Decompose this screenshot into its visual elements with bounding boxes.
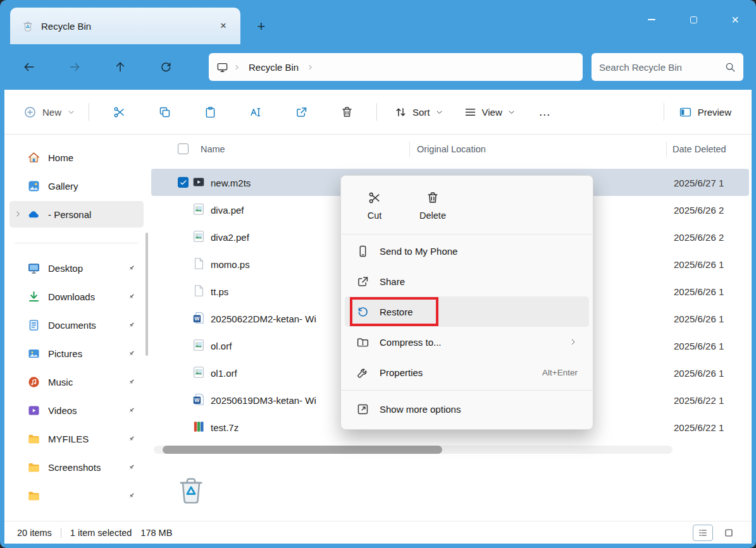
- minimize-button[interactable]: [631, 0, 672, 39]
- horizontal-scrollbar[interactable]: [154, 446, 672, 454]
- command-bar: New Sort View …: [4, 90, 752, 135]
- window-controls: ×: [631, 0, 756, 39]
- context-quick-action-label: Cut: [368, 210, 382, 221]
- preview-label: Preview: [698, 107, 731, 118]
- sidebar-item-label: Videos: [48, 405, 77, 416]
- new-button-label: New: [42, 107, 61, 118]
- date-deleted: 2025/6/26 1: [674, 313, 724, 324]
- search-icon[interactable]: [724, 61, 736, 73]
- maximize-button[interactable]: [672, 0, 714, 39]
- context-menu-item[interactable]: Compress to...: [345, 327, 589, 357]
- file-name: ol1.orf: [211, 367, 237, 378]
- breadcrumb[interactable]: Recycle Bin: [209, 53, 583, 81]
- context-menu-item-label: Compress to...: [380, 337, 442, 348]
- cut-button[interactable]: [104, 98, 133, 126]
- rename-button[interactable]: [241, 98, 270, 126]
- restore-icon: [356, 305, 369, 319]
- file-name: new.m2ts: [211, 177, 251, 188]
- more-options-button[interactable]: …: [531, 98, 559, 126]
- new-tab-button[interactable]: +: [251, 16, 272, 37]
- sidebar-item-label: Screenshots: [48, 462, 101, 473]
- delete-button[interactable]: [332, 98, 361, 126]
- search-input[interactable]: [599, 62, 705, 73]
- image-icon: [192, 229, 206, 243]
- date-deleted: 2025/6/22 1: [674, 422, 724, 432]
- refresh-button[interactable]: [152, 53, 180, 81]
- column-header-name[interactable]: Name: [201, 144, 225, 154]
- tab-recycle-bin[interactable]: Recycle Bin ×: [10, 8, 240, 44]
- column-divider[interactable]: [666, 142, 667, 157]
- column-header-date-deleted[interactable]: Date Deleted: [672, 144, 726, 154]
- context-menu-quick-actions: Cut Delete: [341, 176, 593, 233]
- scrollbar-thumb[interactable]: [163, 446, 442, 454]
- sidebar-item[interactable]: Documents: [9, 312, 144, 338]
- chevron-down-icon: [435, 108, 443, 116]
- tab-close-button[interactable]: ×: [214, 16, 233, 35]
- sort-icon: [394, 106, 407, 119]
- close-button[interactable]: ×: [714, 0, 756, 39]
- toolbar-divider: [664, 103, 664, 121]
- navigation-bar: Recycle Bin: [0, 44, 756, 90]
- context-menu-item[interactable]: Properties Alt+Enter: [345, 357, 589, 387]
- search-box[interactable]: [592, 53, 743, 81]
- breadcrumb-segment[interactable]: Recycle Bin: [249, 62, 299, 73]
- up-button[interactable]: [106, 53, 134, 81]
- sidebar-item[interactable]: Videos: [9, 397, 144, 423]
- context-menu-item[interactable]: Send to My Phone: [345, 236, 589, 266]
- context-menu-item[interactable]: Share: [345, 266, 589, 296]
- pin-icon: [127, 264, 136, 273]
- view-button[interactable]: View: [457, 98, 523, 126]
- this-pc-icon[interactable]: [216, 61, 228, 73]
- file-name: diva.pef: [211, 204, 244, 215]
- pin-icon: [127, 434, 136, 444]
- select-all-checkbox[interactable]: [178, 143, 189, 154]
- context-quick-action[interactable]: Delete: [407, 182, 459, 229]
- view-button-label: View: [482, 107, 502, 118]
- context-menu-item[interactable]: Show more options: [345, 394, 589, 424]
- trash-icon: [340, 106, 354, 119]
- sidebar-item[interactable]: Desktop: [9, 255, 144, 281]
- phone-icon: [356, 245, 369, 258]
- sidebar-item[interactable]: [9, 482, 144, 509]
- sidebar-item[interactable]: Music: [9, 368, 144, 395]
- rename-icon: [249, 106, 263, 119]
- column-header-original-location[interactable]: Original Location: [417, 144, 486, 154]
- sidebar-item[interactable]: Home: [9, 144, 144, 171]
- back-button[interactable]: [15, 53, 43, 81]
- word-icon: W: [192, 393, 206, 406]
- recycle-bin-icon: [22, 20, 34, 32]
- copy-button[interactable]: [150, 98, 179, 126]
- forward-button[interactable]: [61, 53, 89, 81]
- expand-chevron-icon[interactable]: [14, 210, 22, 218]
- recycle-bin-item-icon[interactable]: [174, 471, 208, 508]
- new-button[interactable]: New: [17, 98, 82, 126]
- paste-button[interactable]: [195, 98, 225, 126]
- sidebar-scrollbar[interactable]: [146, 233, 148, 356]
- chevron-right-icon: [307, 64, 314, 71]
- row-checkbox[interactable]: [178, 177, 189, 188]
- word-icon: W: [192, 311, 206, 325]
- trash-icon: [426, 191, 440, 205]
- sidebar-item-label: Pictures: [48, 348, 82, 359]
- sidebar-item[interactable]: Pictures: [9, 340, 144, 367]
- context-menu-item[interactable]: Restore: [345, 296, 589, 327]
- share-button[interactable]: [287, 98, 316, 126]
- shortcut-hint: Alt+Enter: [542, 368, 578, 377]
- date-deleted: 2025/6/26 2: [674, 204, 724, 215]
- sidebar-item[interactable]: Screenshots: [9, 454, 144, 480]
- large-icons-view-button[interactable]: [719, 525, 739, 541]
- sidebar-item[interactable]: MYFILES: [9, 425, 144, 452]
- sidebar-separator: [15, 243, 139, 243]
- sort-button[interactable]: Sort: [387, 98, 450, 126]
- pin-icon: [127, 320, 136, 330]
- show-more-icon: [356, 403, 369, 416]
- sidebar-item[interactable]: Gallery: [9, 173, 144, 199]
- scissors-icon: [368, 191, 381, 205]
- preview-toggle-button[interactable]: Preview: [671, 98, 739, 126]
- sidebar-item[interactable]: - Personal: [9, 201, 144, 228]
- column-divider[interactable]: [409, 142, 410, 157]
- context-quick-action[interactable]: Cut: [349, 182, 400, 229]
- details-view-button[interactable]: [693, 525, 713, 541]
- sort-button-label: Sort: [412, 107, 430, 118]
- sidebar-item[interactable]: Downloads: [9, 283, 144, 310]
